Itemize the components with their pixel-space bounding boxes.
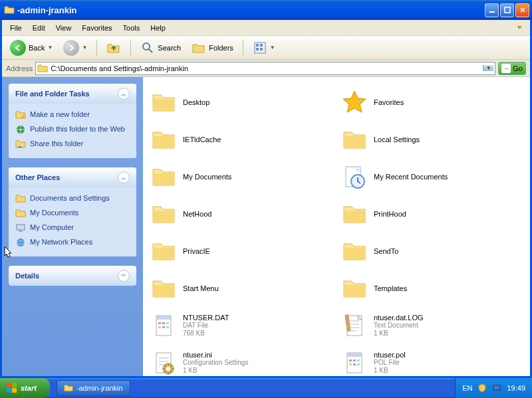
chevron-down-icon: ︾	[118, 270, 130, 282]
dat-icon	[150, 312, 178, 340]
file-item[interactable]: ntuser.iniConfiguration Settings1 KB	[148, 346, 334, 376]
svg-point-12	[21, 115, 25, 119]
chevron-down-icon: ▼	[47, 45, 53, 50]
my-computer-link[interactable]: My Computer	[15, 221, 130, 235]
menu-tools[interactable]: Tools	[118, 23, 146, 33]
file-name: ntuser.ini	[183, 351, 248, 359]
file-item[interactable]: NetHood	[148, 197, 334, 231]
side-panel: File and Folder Tasks ︽ Make a new folde…	[2, 77, 143, 376]
file-name: ntuser.dat.LOG	[374, 314, 424, 322]
panel-header[interactable]: File and Folder Tasks ︽	[9, 84, 136, 104]
svg-rect-15	[19, 231, 23, 232]
file-name: Templates	[374, 284, 407, 292]
address-field[interactable]: C:\Documents and Settings\-admin-jrankin…	[35, 62, 495, 75]
file-item[interactable]: IETldCache	[148, 122, 334, 157]
panel-header[interactable]: Details ︾	[9, 266, 136, 286]
share-folder-link[interactable]: Share this folder	[15, 137, 130, 151]
maximize-button[interactable]	[500, 3, 514, 17]
forward-button[interactable]: ▼	[59, 39, 91, 57]
network-icon	[15, 237, 26, 248]
ini-icon	[150, 349, 178, 376]
menu-view[interactable]: View	[51, 23, 77, 33]
folders-button[interactable]: Folders	[188, 39, 237, 56]
svg-rect-21	[156, 316, 171, 320]
file-item[interactable]: Favorites	[339, 85, 525, 120]
taskbar: start -admin-jrankin EN 19:49	[0, 378, 532, 398]
search-button[interactable]: Search	[136, 39, 185, 56]
make-new-folder-link[interactable]: Make a new folder	[15, 108, 130, 122]
file-item[interactable]: PrivacIE	[148, 234, 334, 268]
shield-icon[interactable]	[477, 383, 487, 393]
file-list[interactable]: DesktopFavoritesIETldCacheLocal Settings…	[143, 77, 530, 376]
file-name: Favorites	[374, 98, 404, 106]
file-item[interactable]: Start Menu	[148, 271, 334, 306]
windows-flag-icon	[513, 22, 527, 34]
back-button[interactable]: Back ▼	[6, 39, 57, 57]
svg-rect-38	[349, 363, 352, 365]
svg-rect-24	[166, 322, 169, 324]
file-item[interactable]: My Documents	[148, 159, 334, 194]
file-item[interactable]: PrintHood	[339, 197, 525, 231]
svg-rect-0	[489, 11, 495, 13]
my-network-places-link[interactable]: My Network Places	[15, 235, 130, 250]
publish-folder-link[interactable]: Publish this folder to the Web	[15, 122, 130, 137]
svg-rect-42	[12, 383, 17, 387]
file-item[interactable]: ntuser.polPOL File1 KB	[339, 346, 525, 376]
menu-help[interactable]: Help	[145, 23, 171, 33]
file-item[interactable]: Local Settings	[339, 122, 525, 157]
file-name: Start Menu	[183, 284, 219, 292]
file-item[interactable]: SendTo	[339, 234, 525, 268]
svg-rect-9	[260, 44, 263, 47]
file-name: NTUSER.DAT	[183, 314, 229, 322]
svg-rect-11	[260, 48, 263, 50]
close-button[interactable]	[515, 3, 529, 17]
svg-rect-2	[518, 26, 519, 27]
language-indicator[interactable]: EN	[462, 384, 472, 392]
forward-icon	[63, 40, 79, 56]
file-item[interactable]: ntuser.dat.LOGText Document1 KB	[339, 308, 525, 343]
file-name: IETldCache	[183, 136, 221, 144]
recent-icon	[340, 163, 368, 191]
svg-rect-14	[17, 225, 25, 230]
svg-rect-41	[7, 383, 11, 387]
menu-favorites[interactable]: Favorites	[76, 23, 117, 33]
up-button[interactable]	[102, 39, 125, 56]
chevron-up-icon: ︽	[118, 171, 130, 183]
title-bar: -admin-jrankin	[0, 0, 532, 20]
chevron-down-icon: ▼	[270, 45, 275, 50]
folder-up-icon	[106, 41, 121, 55]
go-button[interactable]: → Go	[498, 62, 526, 75]
tray-icon[interactable]	[492, 383, 501, 393]
my-documents-link[interactable]: My Documents	[15, 206, 130, 221]
folder-icon	[4, 5, 15, 15]
svg-rect-36	[353, 359, 356, 361]
file-item[interactable]: Desktop	[148, 85, 334, 120]
folder-icon	[150, 200, 178, 228]
minimize-button[interactable]	[485, 3, 499, 17]
start-button[interactable]: start	[0, 378, 50, 398]
address-dropdown[interactable]: ▼	[483, 65, 493, 71]
address-path: C:\Documents and Settings\-admin-jrankin	[51, 64, 483, 72]
menu-file[interactable]: File	[5, 23, 27, 33]
folder-icon	[150, 274, 178, 302]
share-folder-icon	[15, 139, 26, 149]
txt-icon	[340, 312, 368, 340]
file-item[interactable]: NTUSER.DATDAT File768 KB	[148, 308, 334, 343]
folder-icon	[150, 237, 178, 265]
svg-rect-37	[357, 359, 360, 361]
svg-rect-45	[493, 385, 500, 390]
file-item[interactable]: Templates	[339, 271, 525, 306]
svg-point-32	[166, 367, 170, 371]
file-name: My Documents	[183, 173, 231, 181]
menu-edit[interactable]: Edit	[27, 23, 51, 33]
clock[interactable]: 19:49	[507, 384, 525, 392]
file-name: PrivacIE	[183, 247, 210, 255]
documents-settings-link[interactable]: Documents and Settings	[15, 191, 130, 206]
views-button[interactable]: ▼	[249, 39, 279, 56]
file-item[interactable]: My Recent Documents	[339, 159, 525, 194]
svg-rect-43	[7, 388, 11, 393]
window-title: -admin-jrankin	[17, 5, 485, 15]
windows-logo-icon	[7, 383, 17, 393]
panel-header[interactable]: Other Places ︽	[9, 167, 136, 187]
taskbar-item[interactable]: -admin-jrankin	[57, 380, 130, 396]
